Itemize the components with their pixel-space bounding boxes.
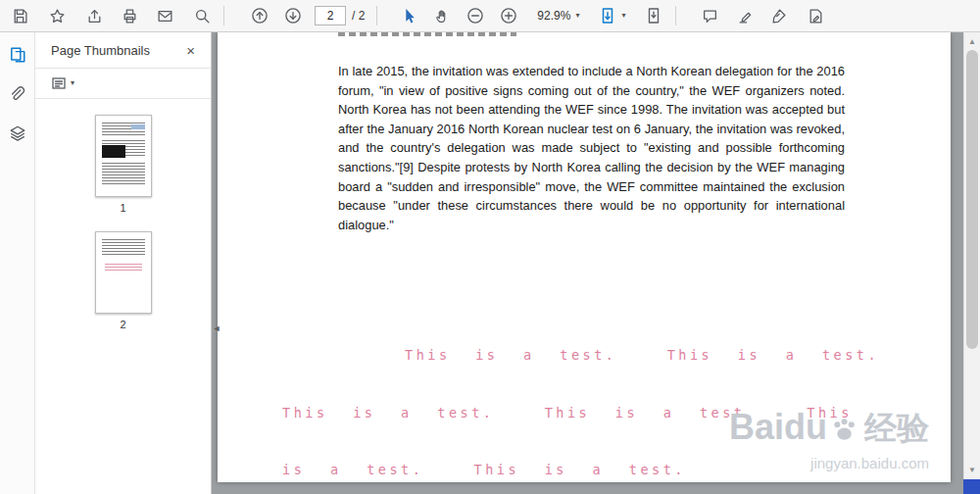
share-icon — [86, 8, 103, 25]
zoom-out-button[interactable] — [462, 3, 489, 28]
page-fit-mode-button[interactable]: ▾ — [594, 4, 630, 27]
page-thumbnails-panel: Page Thumbnails × ▾ 1 2 — [35, 32, 212, 494]
zoom-value: 92.9% — [537, 9, 570, 23]
layers-icon — [9, 124, 26, 142]
save-icon — [12, 8, 28, 25]
chevron-down-icon: ▾ — [621, 12, 625, 20]
clipped-text-line — [338, 32, 516, 36]
watermark-brand-cjk: 经验 — [864, 407, 929, 451]
thumbnail-label: 1 — [35, 202, 211, 214]
print-icon — [122, 8, 138, 25]
toolbar: / 2 92.9% ▾ ▾ — [0, 0, 980, 32]
scroll-up-arrow[interactable]: ▲ — [964, 33, 980, 49]
thumbnails-icon — [9, 46, 26, 64]
thumbnail-image-2 — [95, 231, 152, 314]
attachments-tab[interactable] — [4, 81, 31, 107]
panel-collapse-handle[interactable]: ◄ — [212, 314, 221, 343]
print-button[interactable] — [116, 3, 143, 28]
next-page-button[interactable] — [279, 3, 307, 28]
hand-tool-icon — [434, 8, 451, 25]
panel-header: Page Thumbnails × — [35, 32, 211, 68]
page-down-icon — [284, 7, 302, 25]
chevron-down-icon: ▾ — [575, 12, 579, 20]
highlighter-icon — [737, 8, 754, 25]
zoom-in-button[interactable] — [495, 3, 522, 28]
panel-close-button[interactable]: × — [182, 40, 199, 61]
zoom-level-dropdown[interactable]: 92.9% ▾ — [532, 6, 584, 25]
watermark-corner-block — [963, 479, 980, 494]
single-page-icon — [645, 7, 662, 25]
search-button[interactable] — [188, 3, 216, 28]
edit-document-button[interactable] — [802, 3, 829, 28]
paw-icon — [831, 418, 860, 443]
scrollbar-thumb[interactable] — [966, 50, 978, 349]
fit-width-icon — [599, 7, 616, 25]
watermark-brand: Baidu — [729, 407, 827, 448]
watermark-url: jingyan.baidu.com — [729, 455, 929, 471]
navigation-rail — [0, 32, 35, 494]
previous-page-button[interactable] — [246, 3, 273, 28]
toolbar-separator — [376, 6, 377, 25]
comment-icon — [702, 8, 718, 25]
save-button[interactable] — [6, 3, 33, 28]
thumbnail-page-2[interactable]: 2 — [35, 231, 211, 330]
panel-options-button[interactable]: ▾ — [35, 69, 211, 98]
hand-tool-button[interactable] — [428, 3, 456, 28]
zoom-out-icon — [466, 7, 484, 25]
layers-tab[interactable] — [4, 121, 31, 146]
page-number-input[interactable] — [315, 6, 346, 25]
email-button[interactable] — [151, 3, 178, 28]
thumbnail-page-1[interactable]: 1 — [35, 115, 211, 214]
star-button[interactable] — [43, 3, 71, 28]
single-page-view-button[interactable] — [640, 3, 667, 28]
panel-title: Page Thumbnails — [51, 43, 182, 58]
thumbnail-image-1 — [95, 115, 152, 197]
zoom-in-icon — [500, 7, 517, 25]
scroll-down-arrow[interactable]: ▼ — [964, 462, 980, 477]
thumbnail-label: 2 — [35, 319, 211, 330]
fill-sign-button[interactable] — [764, 3, 792, 28]
baidu-watermark: Baidu 经验 jingyan.baidu.com — [729, 407, 929, 471]
document-viewer: ◄ In late 2015, the invitation was exten… — [212, 32, 980, 494]
email-icon — [157, 8, 173, 25]
document-pen-icon — [808, 8, 824, 25]
page-total-label: / 2 — [352, 9, 365, 23]
page-thumbnails-tab[interactable] — [4, 42, 31, 68]
search-icon — [194, 8, 211, 25]
chevron-down-icon: ▾ — [71, 79, 74, 87]
paragraph-text: In late 2015, the invitation was extende… — [338, 62, 845, 234]
thumbnail-list: 1 2 — [35, 99, 211, 330]
test-text-line: This is a test. This is a test. — [282, 346, 929, 366]
vertical-scrollbar[interactable]: ▲ ▼ — [963, 32, 980, 494]
toolbar-separator — [223, 6, 224, 25]
pdf-page: In late 2015, the invitation was extende… — [218, 32, 951, 482]
select-arrow-icon — [401, 8, 417, 25]
toolbar-separator — [675, 6, 676, 25]
pen-nib-icon — [770, 8, 787, 25]
paperclip-icon — [9, 85, 26, 103]
options-list-icon — [51, 75, 67, 91]
comment-button[interactable] — [696, 3, 723, 28]
select-tool-button[interactable] — [395, 3, 422, 28]
page-up-icon — [251, 7, 269, 25]
highlight-button[interactable] — [731, 3, 759, 28]
star-icon — [49, 8, 66, 25]
share-button[interactable] — [80, 3, 108, 28]
